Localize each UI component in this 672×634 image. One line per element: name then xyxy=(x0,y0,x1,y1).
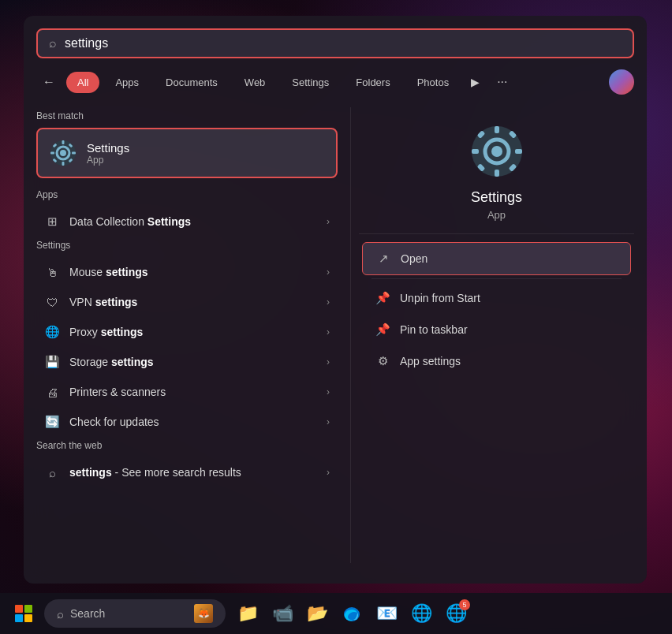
edge-icon xyxy=(342,603,362,624)
app-detail: Settings App xyxy=(359,107,634,234)
list-item-web-search[interactable]: ⌕ settings - See more search results › xyxy=(36,457,338,487)
tab-documents[interactable]: Documents xyxy=(155,72,229,93)
list-item-printers[interactable]: 🖨 Printers & scanners › xyxy=(36,377,338,407)
action-open[interactable]: ↗ Open xyxy=(362,242,631,275)
proxy-text: Proxy settings xyxy=(69,326,327,338)
svg-rect-16 xyxy=(472,149,479,154)
content-area: Best match Settings xyxy=(36,107,634,563)
taskbar-app-chrome[interactable]: 🌐 xyxy=(405,598,437,629)
open-icon: ↗ xyxy=(375,251,391,267)
storage-icon: 💾 xyxy=(44,354,60,370)
vpn-arrow: › xyxy=(327,296,330,308)
taskbar-search-label: Search xyxy=(70,607,188,620)
best-match-item[interactable]: Settings App xyxy=(36,128,338,178)
updates-icon: 🔄 xyxy=(44,414,60,430)
app-detail-name: Settings xyxy=(471,189,522,206)
list-item-mouse[interactable]: 🖱 Mouse settings › xyxy=(36,257,338,287)
taskbar-app-outlook[interactable]: 📧 xyxy=(371,598,402,629)
taskbar-search-icon: ⌕ xyxy=(57,607,64,621)
list-item-proxy[interactable]: 🌐 Proxy settings › xyxy=(36,317,338,347)
proxy-icon: 🌐 xyxy=(44,324,60,340)
tab-folders[interactable]: Folders xyxy=(345,72,401,93)
app-detail-icon xyxy=(469,123,525,180)
search-web-section-title: Search the web xyxy=(36,440,338,451)
proxy-arrow: › xyxy=(327,326,330,338)
svg-point-2 xyxy=(60,150,66,156)
web-search-text: settings - See more search results xyxy=(69,466,327,479)
mouse-text: Mouse settings xyxy=(69,266,327,278)
left-panel: Best match Settings xyxy=(36,107,350,563)
storage-arrow: › xyxy=(327,356,330,367)
windows-logo-yellow xyxy=(24,614,32,622)
right-panel: Settings App ↗ Open 📌 Unpin from Start 📌… xyxy=(350,107,634,563)
data-collection-text: Data Collection Settings xyxy=(69,215,327,228)
svg-rect-4 xyxy=(62,162,65,166)
mouse-arrow: › xyxy=(327,267,330,278)
more-tabs-button[interactable]: ··· xyxy=(491,72,513,92)
printers-text: Printers & scanners xyxy=(69,386,327,398)
copilot-icon[interactable] xyxy=(609,69,634,95)
taskbar-app-file-manager[interactable]: 📂 xyxy=(301,598,333,629)
taskbar-app-edge[interactable] xyxy=(336,598,368,629)
svg-rect-17 xyxy=(515,149,522,154)
list-item-data-collection[interactable]: ⊞ Data Collection Settings › xyxy=(36,207,338,237)
action-unpin[interactable]: 📌 Unpin from Start xyxy=(362,282,631,314)
search-bar-container: ⌕ settings xyxy=(36,28,634,58)
svg-rect-3 xyxy=(62,140,65,144)
vpn-icon: 🛡 xyxy=(44,294,60,310)
svg-point-13 xyxy=(491,146,502,157)
unpin-label: Unpin from Start xyxy=(400,292,618,304)
printers-arrow: › xyxy=(327,386,330,397)
scroll-right-button[interactable]: ▶ xyxy=(465,73,486,91)
web-search-arrow: › xyxy=(327,467,330,478)
action-pin-taskbar[interactable]: 📌 Pin to taskbar xyxy=(362,314,631,345)
back-button[interactable]: ← xyxy=(36,72,62,92)
tab-all[interactable]: All xyxy=(66,72,99,93)
taskbar-app-teams[interactable]: 📹 xyxy=(267,598,298,629)
taskbar-search-box[interactable]: ⌕ Search 🦊 xyxy=(44,599,226,628)
open-label: Open xyxy=(401,252,618,265)
action-app-settings[interactable]: ⚙ App settings xyxy=(362,345,631,377)
start-button[interactable] xyxy=(9,599,38,628)
tab-web[interactable]: Web xyxy=(233,72,277,93)
best-match-section-title: Best match xyxy=(36,110,338,121)
tab-apps[interactable]: Apps xyxy=(104,72,150,93)
best-match-type: App xyxy=(87,155,129,166)
taskbar-apps: 📁 📹 📂 📧 🌐 🌐 5 xyxy=(232,598,472,629)
svg-rect-6 xyxy=(72,152,76,155)
search-input[interactable]: settings xyxy=(65,36,622,50)
vpn-text: VPN settings xyxy=(69,296,327,308)
updates-text: Check for updates xyxy=(69,416,327,428)
tab-photos[interactable]: Photos xyxy=(406,72,460,93)
app-detail-type: App xyxy=(487,209,506,221)
storage-text: Storage settings xyxy=(69,356,327,368)
tab-settings[interactable]: Settings xyxy=(281,72,340,93)
taskbar-search-image: 🦊 xyxy=(194,604,213,623)
app-settings-label: App settings xyxy=(400,355,618,367)
settings-section-title: Settings xyxy=(36,240,338,251)
mouse-icon: 🖱 xyxy=(44,264,60,280)
windows-logo xyxy=(15,605,32,622)
taskbar: ⌕ Search 🦊 📁 📹 📂 📧 🌐 🌐 5 xyxy=(0,593,672,634)
search-icon: ⌕ xyxy=(49,36,57,50)
taskbar-app-chrome-badge[interactable]: 🌐 5 xyxy=(440,598,472,629)
list-item-updates[interactable]: 🔄 Check for updates › xyxy=(36,407,338,437)
windows-logo-red xyxy=(15,605,23,613)
svg-rect-15 xyxy=(495,170,499,177)
chrome-notification-badge: 5 xyxy=(459,599,470,610)
list-item-storage[interactable]: 💾 Storage settings › xyxy=(36,347,338,377)
app-settings-icon: ⚙ xyxy=(375,353,390,369)
web-search-icon: ⌕ xyxy=(44,464,60,480)
settings-gear-icon xyxy=(49,139,77,167)
windows-logo-blue xyxy=(15,614,23,622)
filter-tabs-bar: ← All Apps Documents Web Settings Folder… xyxy=(36,69,634,95)
data-collection-icon: ⊞ xyxy=(44,214,60,229)
list-item-vpn[interactable]: 🛡 VPN settings › xyxy=(36,287,338,317)
action-separator-1 xyxy=(371,278,622,279)
windows-logo-green xyxy=(24,605,32,613)
best-match-name: Settings xyxy=(87,141,129,155)
updates-arrow: › xyxy=(327,416,330,427)
taskbar-app-file-explorer[interactable]: 📁 xyxy=(232,598,263,629)
start-menu: ⌕ settings ← All Apps Documents Web Sett… xyxy=(24,16,647,584)
apps-section-title: Apps xyxy=(36,189,338,200)
